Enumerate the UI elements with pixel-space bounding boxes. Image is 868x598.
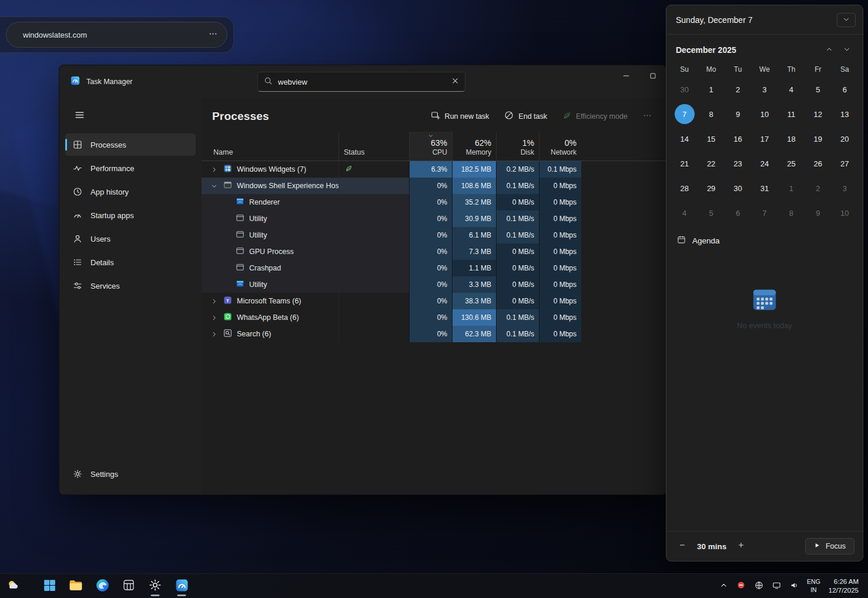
search-input[interactable] — [278, 78, 446, 86]
calendar-day[interactable]: 14 — [671, 126, 698, 151]
calendar-day[interactable]: 9 — [805, 201, 831, 225]
calendar-day[interactable]: 21 — [671, 151, 698, 176]
process-row[interactable]: Search (6)0%62.3 MB0.1 MB/s0 Mbps — [202, 326, 666, 342]
calendar-day[interactable]: 1 — [778, 176, 805, 201]
process-row[interactable]: TMicrosoft Teams (6)0%38.3 MB0 MB/s0 Mbp… — [202, 293, 666, 309]
calendar-day[interactable]: 17 — [751, 126, 777, 151]
process-row[interactable]: Utility0%3.3 MB0 MB/s0 Mbps — [202, 276, 666, 293]
process-row[interactable]: Crashpad0%1.1 MB0 MB/s0 Mbps — [202, 260, 666, 276]
calendar-day[interactable]: 6 — [832, 77, 858, 102]
clear-search-icon[interactable] — [451, 77, 459, 86]
calendar-day[interactable]: 10 — [832, 201, 858, 225]
calendar-day[interactable]: 22 — [698, 151, 724, 176]
calendar-day[interactable]: 30 — [725, 176, 751, 201]
focus-button[interactable]: Focus — [805, 538, 854, 554]
process-row[interactable]: Utility0%30.9 MB0.1 MB/s0 Mbps — [202, 211, 666, 227]
calendar-day[interactable]: 2 — [725, 77, 751, 102]
tray-tray-red-button[interactable] — [733, 576, 749, 596]
calendar-day[interactable]: 4 — [671, 201, 698, 225]
sidebar-item-details[interactable]: Details — [65, 251, 196, 273]
end-task-button[interactable]: End task — [498, 106, 554, 126]
column-header-name[interactable]: Name — [202, 132, 339, 161]
taskbar-task-manager-button[interactable] — [170, 576, 193, 597]
taskbar-language-switcher[interactable]: ENGIN — [803, 578, 824, 593]
calendar-day[interactable]: 3 — [751, 77, 777, 102]
calendar-day[interactable]: 8 — [698, 102, 724, 126]
calendar-header-date[interactable]: Sunday, December 7 — [676, 15, 752, 25]
process-row[interactable]: GPU Process0%7.3 MB0 MB/s0 Mbps — [202, 243, 666, 260]
expand-group-icon[interactable] — [211, 315, 219, 321]
calendar-day[interactable]: 27 — [832, 151, 858, 176]
calendar-day[interactable]: 24 — [751, 151, 777, 176]
sidebar-item-startup-apps[interactable]: Startup apps — [65, 204, 196, 226]
taskbar-explorer-button[interactable] — [64, 576, 88, 597]
column-header-disk[interactable]: 1%Disk — [496, 132, 539, 161]
calendar-day[interactable]: 5 — [805, 77, 831, 102]
taskbar-app-grid-button[interactable] — [117, 576, 140, 597]
increase-duration-button[interactable] — [733, 539, 749, 554]
calendar-day-today[interactable]: 7 — [671, 102, 698, 126]
calendar-day[interactable]: 13 — [832, 102, 858, 126]
expand-group-icon[interactable] — [211, 166, 219, 173]
calendar-day[interactable]: 8 — [778, 201, 805, 225]
taskbar-edge-button[interactable] — [91, 576, 114, 597]
calendar-day[interactable]: 5 — [698, 201, 724, 225]
sidebar-item-users[interactable]: Users — [65, 228, 196, 250]
toolbar-more-icon[interactable] — [636, 107, 658, 126]
column-header-network[interactable]: 0%Network — [539, 132, 581, 161]
tray-volume-button[interactable] — [786, 576, 802, 596]
run-new-task-button[interactable]: Run new task — [424, 106, 496, 126]
column-header-status[interactable]: Status — [339, 132, 409, 161]
efficiency-mode-button[interactable]: Efficiency mode — [556, 107, 634, 126]
search-box[interactable] — [257, 72, 465, 92]
expand-group-icon[interactable] — [211, 331, 219, 338]
column-header-memory[interactable]: 62%Memory — [452, 132, 496, 161]
calendar-day[interactable]: 15 — [698, 126, 724, 151]
sidebar-item-services[interactable]: Services — [65, 275, 196, 297]
collapse-group-icon[interactable] — [211, 183, 219, 189]
tray-chevron-up-button[interactable] — [715, 576, 732, 596]
calendar-day[interactable]: 23 — [725, 151, 751, 176]
sidebar-item-settings[interactable]: Settings — [65, 463, 196, 485]
calendar-day[interactable]: 7 — [751, 201, 777, 225]
sidebar-item-processes[interactable]: Processes — [65, 133, 196, 156]
process-row[interactable]: Renderer0%35.2 MB0 MB/s0 Mbps — [202, 194, 666, 211]
calendar-day[interactable]: 25 — [778, 151, 805, 176]
calendar-day[interactable]: 18 — [778, 126, 805, 151]
decrease-duration-button[interactable] — [675, 539, 690, 554]
calendar-day[interactable]: 9 — [725, 102, 751, 126]
calendar-day[interactable]: 4 — [778, 77, 805, 102]
calendar-day[interactable]: 28 — [671, 176, 698, 201]
calendar-month-label[interactable]: December 2025 — [676, 45, 820, 55]
titlebar[interactable]: Task Manager — [59, 65, 666, 98]
calendar-day[interactable]: 19 — [805, 126, 831, 151]
calendar-day[interactable]: 12 — [805, 102, 831, 126]
tray-monitor-button[interactable] — [768, 576, 785, 596]
minimize-button[interactable] — [612, 65, 639, 88]
calendar-day[interactable]: 2 — [805, 176, 831, 201]
calendar-day[interactable]: 3 — [832, 176, 858, 201]
sidebar-item-performance[interactable]: Performance — [65, 157, 196, 179]
taskbar-start-button[interactable] — [38, 576, 61, 597]
sidebar-item-app-history[interactable]: App history — [65, 181, 196, 203]
calendar-day[interactable]: 20 — [832, 126, 858, 151]
taskbar-clock[interactable]: 6:26 AM 12/7/2025 — [825, 577, 863, 595]
calendar-day[interactable]: 11 — [778, 102, 805, 126]
calendar-day[interactable]: 30 — [671, 77, 698, 102]
process-row[interactable]: Windows Shell Experience Hos...0%108.6 M… — [202, 178, 666, 194]
taskbar-weather-widget[interactable] — [2, 576, 24, 597]
calendar-day[interactable]: 31 — [751, 176, 777, 201]
previous-month-icon[interactable] — [820, 42, 838, 58]
calendar-day[interactable]: 26 — [805, 151, 831, 176]
hamburger-menu-icon[interactable] — [69, 106, 90, 125]
next-month-icon[interactable] — [838, 42, 856, 58]
taskbar-settings-gear-button[interactable] — [143, 576, 167, 597]
maximize-button[interactable] — [639, 65, 666, 88]
browser-tab[interactable]: windowslatest.com — [6, 22, 227, 48]
calendar-day[interactable]: 16 — [725, 126, 751, 151]
collapse-calendar-icon[interactable] — [837, 13, 856, 27]
calendar-day[interactable]: 6 — [725, 201, 751, 225]
process-row[interactable]: WhatsApp Beta (6)0%130.6 MB0.1 MB/s0 Mbp… — [202, 309, 666, 326]
calendar-day[interactable]: 1 — [698, 77, 724, 102]
calendar-day[interactable]: 29 — [698, 176, 724, 201]
